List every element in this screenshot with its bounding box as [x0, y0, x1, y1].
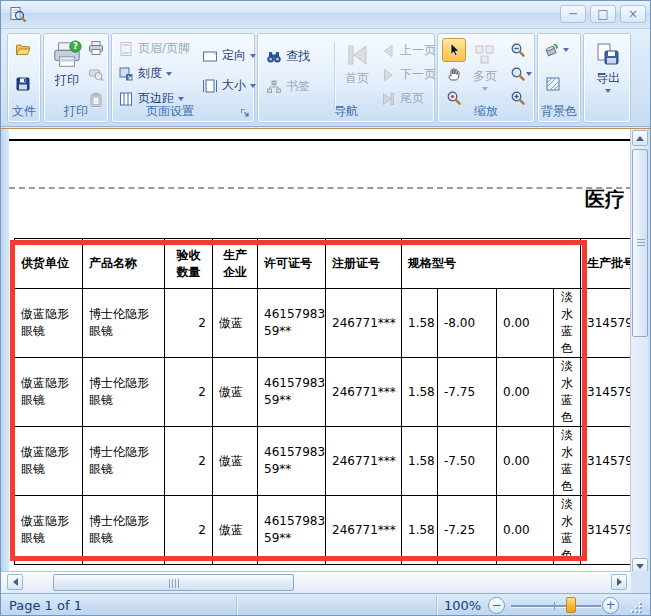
status-bar: Page 1 of 1 100% − +: [1, 593, 651, 616]
page-top-border: [9, 139, 651, 141]
report-title: 医疗: [585, 186, 625, 213]
group-navigation: 查找 书签 首页: [257, 33, 435, 123]
export-button[interactable]: 导出: [588, 42, 628, 93]
cell-spec2: -7.25: [438, 496, 497, 565]
cell-maker: 傲蓝: [213, 358, 258, 427]
nav-separator: [334, 42, 335, 108]
vertical-scrollbar[interactable]: [630, 129, 648, 575]
orientation-dropdown-caret: [250, 54, 256, 58]
bookmark-label: 书签: [286, 78, 310, 95]
group-export: 导出: [583, 33, 631, 123]
print-button[interactable]: ? 打印: [48, 40, 86, 89]
export-label: 导出: [596, 70, 620, 87]
prev-page-label: 上一页: [400, 42, 436, 59]
export-dropdown-caret: [605, 89, 611, 93]
multi-page-label: 多页: [473, 68, 497, 85]
margins-dropdown-caret: [178, 97, 184, 101]
group-page-setup: 页眉/页脚 刻度 页边距: [111, 33, 255, 123]
cell-spec1: 1.58: [402, 289, 438, 358]
up-arrow-icon: [636, 136, 644, 141]
table-row: 傲蓝隐形 眼镜 博士伦隐形 眼镜 2 傲蓝 461579831 59** 246…: [15, 358, 651, 427]
page-indicator: Page 1 of 1: [9, 598, 82, 613]
zoom-out-button[interactable]: [506, 38, 530, 62]
zoom-out-slider-button[interactable]: −: [488, 597, 505, 614]
find-button[interactable]: 查找: [266, 48, 310, 65]
scroll-right-button[interactable]: [611, 574, 627, 590]
pointer-tool-button[interactable]: [442, 38, 466, 62]
header-registration: 注册证号: [326, 239, 402, 289]
first-page-icon: [344, 42, 370, 68]
thumb-grip: [637, 239, 645, 240]
scroll-left-button[interactable]: [7, 574, 23, 590]
cell-spec1: 1.58: [402, 496, 438, 565]
table-row: 傲蓝隐形 眼镜 博士伦隐形 眼镜 2 傲蓝 461579831 59** 246…: [15, 496, 651, 565]
window-controls: ─ □ ×: [560, 5, 646, 23]
margin-guide-dashed-line: [9, 187, 651, 189]
zoom-slider-track[interactable]: [511, 605, 601, 607]
header-maker: 生产 企业: [213, 239, 258, 289]
pointer-icon: [446, 42, 462, 58]
header-product: 产品名称: [83, 239, 165, 289]
watermark-button[interactable]: [545, 76, 561, 92]
cell-color: 淡 水 蓝 色: [554, 427, 581, 496]
save-button[interactable]: [15, 76, 31, 92]
quick-print-button[interactable]: [88, 40, 104, 56]
watermark-icon: [545, 76, 561, 92]
close-button[interactable]: ×: [620, 5, 646, 23]
cell-registration: 246771***: [326, 289, 402, 358]
header-footer-icon: [118, 41, 134, 57]
thumb-grip: [169, 579, 170, 588]
size-dropdown-caret: [250, 84, 256, 88]
scale-dropdown-caret: [166, 72, 172, 76]
cell-maker: 傲蓝: [213, 496, 258, 565]
svg-text:?: ?: [73, 41, 78, 51]
next-page-button[interactable]: 下一页: [380, 66, 436, 83]
orientation-icon: [202, 48, 218, 64]
cell-color: 淡 水 蓝 色: [554, 358, 581, 427]
group-label-zoom: 缩放: [438, 103, 534, 120]
print-button-label: 打印: [55, 72, 79, 89]
first-page-button[interactable]: 首页: [340, 42, 374, 87]
zoom-level-button[interactable]: [506, 62, 536, 86]
multi-page-button[interactable]: 多页: [466, 44, 504, 91]
cell-license: 461579831 59**: [258, 358, 326, 427]
resize-grip[interactable]: [631, 603, 643, 615]
zoom-level-dropdown-caret: [526, 72, 532, 76]
open-file-button[interactable]: [15, 42, 31, 58]
pan-tool-button[interactable]: [442, 62, 466, 86]
binoculars-icon: [266, 49, 282, 65]
size-button[interactable]: 大小: [202, 77, 256, 94]
horizontal-scrollbar[interactable]: [1, 571, 631, 593]
table-row: 傲蓝隐形 眼镜 博士伦隐形 眼镜 2 傲蓝 461579831 59** 246…: [15, 289, 651, 358]
header-spec: 规格型号: [402, 239, 581, 289]
cell-spec3: 0.00: [497, 496, 554, 565]
group-label-navigation: 导航: [258, 103, 434, 120]
scale-button[interactable]: 刻度: [118, 65, 172, 82]
statusbar-separator: [236, 596, 237, 615]
scrollbar-corner: [631, 571, 651, 593]
cell-spec2: -8.00: [438, 289, 497, 358]
zoom-slider-thumb[interactable]: [566, 597, 576, 613]
cell-spec3: 0.00: [497, 427, 554, 496]
minimize-button[interactable]: ─: [560, 5, 586, 23]
bookmark-button[interactable]: 书签: [266, 78, 310, 95]
size-icon: [202, 78, 218, 94]
maximize-button[interactable]: □: [590, 5, 616, 23]
group-zoom: 多页: [437, 33, 535, 123]
scroll-up-button[interactable]: [632, 130, 648, 146]
ribbon-toolbar: 文件 ? 打印: [1, 29, 651, 127]
cell-maker: 傲蓝: [213, 427, 258, 496]
zoom-out-icon: [510, 42, 526, 58]
statusbar-separator: [436, 596, 437, 615]
horizontal-scrollbar-thumb[interactable]: [53, 574, 294, 591]
background-color-button[interactable]: [543, 42, 569, 58]
print-setup-button[interactable]: [88, 66, 104, 82]
header-footer-button[interactable]: 页眉/页脚: [118, 40, 190, 57]
prev-page-button[interactable]: 上一页: [380, 42, 436, 59]
cell-registration: 246771***: [326, 496, 402, 565]
scale-icon: [118, 66, 134, 82]
zoom-in-slider-button[interactable]: +: [602, 597, 619, 614]
vertical-scrollbar-thumb[interactable]: [632, 149, 648, 337]
group-print: ? 打印: [43, 33, 109, 123]
orientation-button[interactable]: 定向: [202, 47, 256, 64]
